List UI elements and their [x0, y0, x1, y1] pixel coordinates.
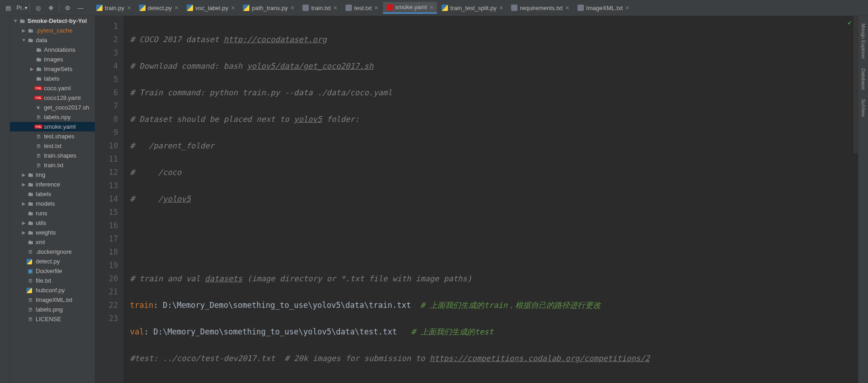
- tree-label: coco128.yaml: [44, 94, 81, 101]
- tree-item-Smoke-Detect-by-Yol[interactable]: ▼🖿Smoke-Detect-by-Yol: [10, 16, 95, 26]
- folder-icon: 🖿: [27, 201, 34, 207]
- tree-item-detect-py[interactable]: detect.py: [10, 257, 95, 266]
- close-icon[interactable]: ×: [499, 4, 503, 11]
- tree-label: Annotations: [44, 46, 75, 53]
- tree-item-coco-yaml[interactable]: YMLcoco.yaml: [10, 83, 95, 93]
- tree-arrow-icon[interactable]: ▶: [21, 28, 27, 33]
- tree-item-train-txt[interactable]: 🖹train.txt: [10, 160, 95, 170]
- txt-icon: [345, 5, 352, 11]
- tree-arrow-icon[interactable]: ▼: [21, 38, 27, 43]
- folder-icon: 🖿: [35, 76, 42, 82]
- check-icon[interactable]: ✔: [848, 19, 852, 26]
- close-icon[interactable]: ×: [566, 4, 569, 11]
- tree-label: ImageSets: [44, 66, 72, 72]
- line-number: 14: [95, 192, 118, 206]
- txt-icon: [577, 5, 584, 11]
- tree-item-train-shapes[interactable]: 🖹train.shapes: [10, 151, 95, 160]
- tree-item-data[interactable]: ▼🖿data: [10, 35, 95, 45]
- tree-item-Annotations[interactable]: 🖿Annotations: [10, 45, 95, 55]
- left-tool-stripe[interactable]: [0, 16, 10, 383]
- close-icon[interactable]: ×: [334, 4, 337, 11]
- tab-train_test_split-py[interactable]: train_test_split.py×: [438, 2, 507, 14]
- project-dropdown[interactable]: ▤: [3, 2, 14, 13]
- line-number: 11: [95, 153, 118, 166]
- tree-arrow-icon[interactable]: ▶: [21, 182, 27, 187]
- code-area[interactable]: # COCO 2017 dataset http://cocodataset.o…: [124, 16, 858, 383]
- line-gutter: 1234567891011121314151617181920212223: [95, 16, 124, 383]
- right-tab-mongo-explorer[interactable]: Mongo Explorer: [860, 19, 867, 64]
- tree-label: smoke.yaml: [44, 123, 75, 130]
- tree-item-ImageXML-txt[interactable]: 🖹ImageXML.txt: [10, 295, 95, 305]
- tree-arrow-icon[interactable]: ▶: [21, 172, 27, 177]
- tab-train-txt[interactable]: train.txt×: [299, 2, 341, 14]
- close-icon[interactable]: ×: [291, 4, 294, 11]
- close-icon[interactable]: ×: [625, 4, 629, 11]
- tree-item-runs[interactable]: 🖿runs: [10, 208, 95, 218]
- tab-label: train_test_split.py: [450, 5, 496, 11]
- tree-item--pytest-cache[interactable]: ▶🖿.pytest_cache: [10, 26, 95, 35]
- gear-icon[interactable]: ⚙: [62, 2, 73, 13]
- code-editor[interactable]: 1234567891011121314151617181920212223 # …: [95, 16, 858, 383]
- tree-item-smoke-yaml[interactable]: YMLsmoke.yaml: [10, 122, 95, 131]
- tree-arrow-icon[interactable]: ▶: [29, 66, 35, 71]
- tree-item-file-txt[interactable]: 🖹file.txt: [10, 276, 95, 285]
- folder-icon: 🖿: [27, 239, 34, 246]
- tab-detect-py[interactable]: detect.py×: [135, 2, 182, 14]
- collapse-icon[interactable]: —: [75, 2, 86, 13]
- target-icon[interactable]: ◎: [32, 2, 43, 13]
- tree-item-models[interactable]: ▶🖿models: [10, 199, 95, 208]
- right-tab-database[interactable]: Database: [860, 64, 867, 94]
- tree-item-utils[interactable]: ▶🖿utils: [10, 218, 95, 228]
- tree-arrow-icon[interactable]: ▶: [21, 230, 27, 235]
- tab-label: smoke.yaml: [395, 4, 427, 11]
- tree-item-test-shapes[interactable]: 🖹test.shapes: [10, 131, 95, 141]
- tree-arrow-icon[interactable]: ▶: [21, 201, 27, 206]
- project-label[interactable]: Pr..▾: [16, 5, 27, 11]
- tab-path_trans-py[interactable]: path_trans.py×: [239, 2, 298, 14]
- close-icon[interactable]: ×: [127, 4, 131, 11]
- tree-item-images[interactable]: 🖿images: [10, 55, 95, 64]
- tab-train-py[interactable]: train.py×: [92, 2, 135, 14]
- file-icon: 🖹: [27, 306, 34, 313]
- tree-item-test-txt[interactable]: 🖹test.txt: [10, 141, 95, 151]
- tree-item-ImageSets[interactable]: ▶🖿ImageSets: [10, 64, 95, 74]
- right-tab-sciview[interactable]: SciView: [860, 94, 867, 121]
- line-number: 4: [95, 60, 118, 73]
- tab-ImageXML-txt[interactable]: ImageXML.txt×: [574, 2, 633, 14]
- folder-icon: 🖿: [35, 47, 42, 53]
- tab-smoke-yaml[interactable]: smoke.yaml×: [383, 2, 437, 14]
- tree-label: utils: [36, 219, 46, 226]
- tree-item-labels-npy[interactable]: 🖹labels.npy: [10, 112, 95, 122]
- tree-item-coco128-yaml[interactable]: YMLcoco128.yaml: [10, 93, 95, 103]
- tree-item-labels-png[interactable]: 🖹labels.png: [10, 305, 95, 314]
- folder-icon: 🖿: [27, 172, 34, 178]
- tree-arrow-icon[interactable]: ▶: [21, 220, 27, 225]
- tree-item-inference[interactable]: ▶🖿inference: [10, 180, 95, 189]
- project-tree[interactable]: ▼🖿Smoke-Detect-by-Yol▶🖿.pytest_cache▼🖿da…: [10, 16, 95, 383]
- tree-label: coco.yaml: [44, 85, 71, 92]
- tab-label: detect.py: [148, 5, 172, 11]
- tree-label: data: [36, 37, 47, 44]
- tree-item--dockerignore[interactable]: 🖹.dockerignore: [10, 247, 95, 257]
- tree-label: .pytest_cache: [36, 27, 72, 34]
- expand-icon[interactable]: ✥: [45, 2, 56, 13]
- tree-item-Dockerfile[interactable]: ▣Dockerfile: [10, 266, 95, 276]
- tree-item-weights[interactable]: ▶🖿weights: [10, 228, 95, 237]
- tree-arrow-icon[interactable]: ▼: [13, 18, 18, 23]
- tree-item-labels[interactable]: 🖿labels: [10, 74, 95, 83]
- tree-item-LICENSE[interactable]: 🖹LICENSE: [10, 314, 95, 324]
- tree-item-labels[interactable]: 🖿labels: [10, 189, 95, 199]
- tab-voc_label-py[interactable]: voc_label.py×: [183, 2, 238, 14]
- close-icon[interactable]: ×: [374, 4, 378, 11]
- close-icon[interactable]: ×: [430, 4, 433, 11]
- tree-item-img[interactable]: ▶🖿img: [10, 170, 95, 180]
- tab-requirements-txt[interactable]: requirements.txt×: [507, 2, 572, 14]
- tab-test-txt[interactable]: test.txt×: [342, 2, 382, 14]
- close-icon[interactable]: ×: [231, 4, 235, 11]
- tree-item-get-coco2017-sh[interactable]: ▸get_coco2017.sh: [10, 103, 95, 112]
- tree-item-xml[interactable]: 🖿xml: [10, 237, 95, 247]
- folder-icon: 🖿: [18, 18, 26, 24]
- close-icon[interactable]: ×: [175, 4, 178, 11]
- scrollbar-thumb[interactable]: [853, 16, 858, 153]
- tree-item-hubconf-py[interactable]: hubconf.py: [10, 285, 95, 295]
